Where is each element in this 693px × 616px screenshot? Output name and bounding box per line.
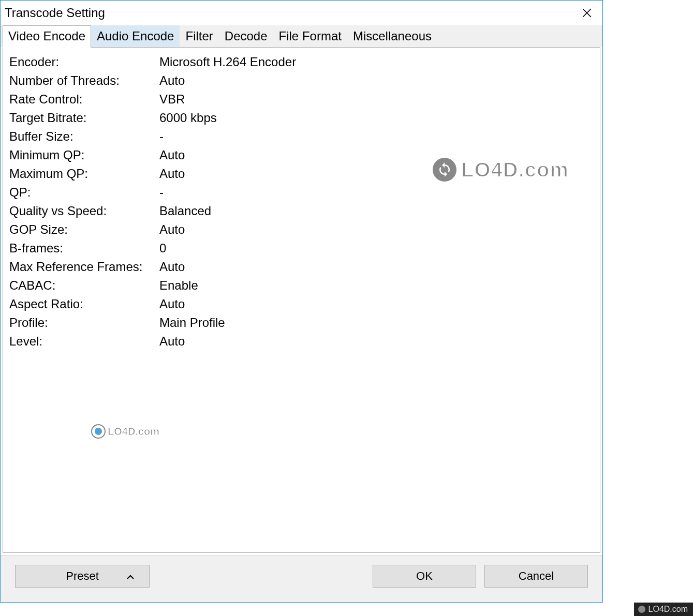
setting-row[interactable]: B-frames:0: [9, 239, 594, 258]
setting-value: Auto: [159, 146, 594, 164]
recycle-icon: [638, 606, 645, 613]
setting-value: Auto: [159, 332, 594, 351]
site-badge-text: LO4D.com: [648, 605, 688, 614]
setting-row[interactable]: Minimum QP:Auto: [9, 146, 594, 164]
setting-row[interactable]: Encoder:Microsoft H.264 Encoder: [9, 53, 594, 71]
setting-value: -: [159, 183, 594, 202]
setting-value: Auto: [159, 258, 594, 276]
setting-label: Aspect Ratio:: [9, 295, 159, 313]
setting-value: Enable: [159, 276, 594, 295]
settings-panel: Encoder:Microsoft H.264 Encoder Number o…: [3, 47, 600, 553]
setting-row[interactable]: Buffer Size:-: [9, 127, 594, 146]
setting-label: Minimum QP:: [9, 146, 159, 164]
setting-label: Max Reference Frames:: [9, 258, 159, 276]
setting-label: Quality vs Speed:: [9, 202, 159, 220]
setting-value: -: [159, 127, 594, 146]
setting-row[interactable]: Aspect Ratio:Auto: [9, 295, 594, 313]
setting-label: CABAC:: [9, 276, 159, 295]
setting-row[interactable]: Maximum QP:Auto: [9, 164, 594, 183]
setting-value: Auto: [159, 164, 594, 183]
preset-label: Preset: [66, 569, 99, 583]
setting-value: Main Profile: [159, 313, 594, 332]
preset-button[interactable]: Preset: [15, 565, 150, 588]
setting-label: Profile:: [9, 313, 159, 332]
watermark-icon: LO4D.com: [91, 424, 159, 439]
setting-label: Number of Threads:: [9, 71, 159, 90]
setting-row[interactable]: Level:Auto: [9, 332, 594, 351]
setting-value: Auto: [159, 71, 594, 90]
cancel-button[interactable]: Cancel: [484, 565, 588, 588]
setting-value: Balanced: [159, 202, 594, 220]
setting-label: Target Bitrate:: [9, 109, 159, 127]
recycle-icon: [91, 424, 106, 439]
watermark-text: LO4D.com: [108, 426, 159, 438]
ok-button[interactable]: OK: [373, 565, 476, 588]
setting-label: Maximum QP:: [9, 164, 159, 183]
close-button[interactable]: [571, 1, 602, 25]
setting-label: Encoder:: [9, 53, 159, 71]
setting-row[interactable]: GOP Size:Auto: [9, 220, 594, 239]
dialog-window: Transcode Setting Video Encode Audio Enc…: [0, 0, 603, 603]
setting-value: 6000 kbps: [159, 109, 594, 127]
tab-bar: Video Encode Audio Encode Filter Decode …: [1, 25, 602, 47]
close-icon: [582, 8, 592, 18]
tab-miscellaneous[interactable]: Miscellaneous: [347, 25, 437, 47]
setting-value: VBR: [159, 90, 594, 109]
setting-row[interactable]: Rate Control:VBR: [9, 90, 594, 109]
setting-label: B-frames:: [9, 239, 159, 258]
setting-row[interactable]: Max Reference Frames:Auto: [9, 258, 594, 276]
tab-audio-encode[interactable]: Audio Encode: [91, 25, 180, 47]
titlebar: Transcode Setting: [1, 1, 602, 25]
setting-value: Microsoft H.264 Encoder: [159, 53, 594, 71]
setting-row[interactable]: Target Bitrate:6000 kbps: [9, 109, 594, 127]
setting-row[interactable]: Number of Threads:Auto: [9, 71, 594, 90]
setting-label: Level:: [9, 332, 159, 351]
button-bar: Preset OK Cancel: [1, 555, 602, 602]
setting-label: Rate Control:: [9, 90, 159, 109]
setting-row[interactable]: QP:-: [9, 183, 594, 202]
site-badge: LO4D.com: [634, 603, 693, 616]
tab-video-encode[interactable]: Video Encode: [3, 25, 91, 48]
setting-value: 0: [159, 239, 594, 258]
tab-filter[interactable]: Filter: [180, 25, 218, 47]
setting-row[interactable]: Quality vs Speed:Balanced: [9, 202, 594, 220]
setting-label: QP:: [9, 183, 159, 202]
tab-file-format[interactable]: File Format: [273, 25, 347, 47]
setting-value: Auto: [159, 220, 594, 239]
setting-row[interactable]: CABAC:Enable: [9, 276, 594, 295]
setting-label: Buffer Size:: [9, 127, 159, 146]
window-title: Transcode Setting: [5, 6, 571, 20]
setting-value: Auto: [159, 295, 594, 313]
setting-row[interactable]: Profile:Main Profile: [9, 313, 594, 332]
setting-label: GOP Size:: [9, 220, 159, 239]
chevron-up-icon: [126, 569, 135, 583]
tab-decode[interactable]: Decode: [219, 25, 273, 47]
